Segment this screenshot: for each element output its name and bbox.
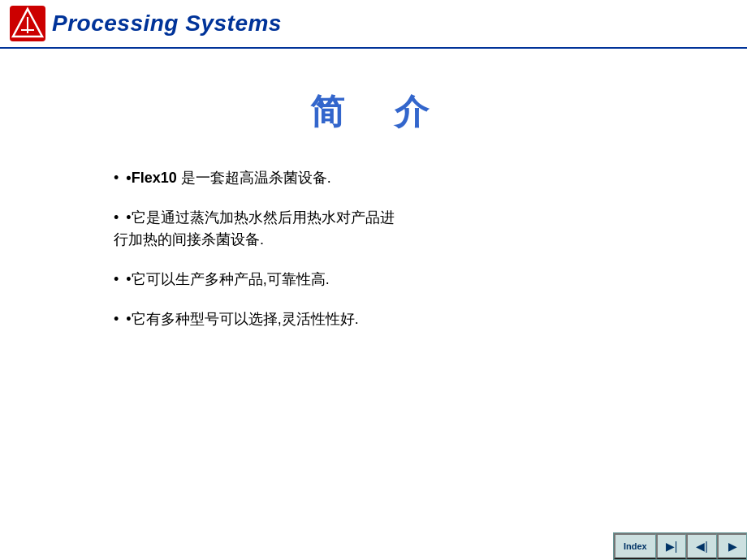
header-title: Processing Systems <box>52 11 282 37</box>
page-header: Processing Systems <box>0 0 747 49</box>
bullet-item-3: •它可以生产多种产品,可靠性高. <box>114 269 666 291</box>
nav-prev-end-button[interactable]: ◀| <box>686 533 717 559</box>
nav-forward-button[interactable]: ▶ <box>717 533 746 559</box>
index-button[interactable]: Index <box>614 533 656 559</box>
nav-end-button[interactable]: ▶| <box>656 533 687 559</box>
nav-prev-end-icon: ◀| <box>696 540 708 553</box>
page-title: 简 介 <box>310 89 437 135</box>
bullet-1-text: 是一套超高温杀菌设备. <box>181 170 331 186</box>
bullet-4-text: •它有多种型号可以选择,灵活性性好. <box>126 311 358 327</box>
bullet-list: •Flex10 是一套超高温杀菌设备. •它是通过蒸汽加热水然后用热水对产品进行… <box>114 167 666 330</box>
bullet-2-text: •它是通过蒸汽加热水然后用热水对产品进行加热的间接杀菌设备. <box>114 209 395 248</box>
bullet-item-1: •Flex10 是一套超高温杀菌设备. <box>114 167 666 189</box>
bottom-navigation: Index ▶| ◀| ▶ <box>613 532 747 560</box>
logo-container: Processing Systems <box>10 6 282 41</box>
bullet-3-text: •它可以生产多种产品,可靠性高. <box>126 271 329 287</box>
bullet-1-bold: •Flex10 <box>126 170 176 186</box>
bullet-item-2: •它是通过蒸汽加热水然后用热水对产品进行加热的间接杀菌设备. <box>114 207 666 251</box>
nav-end-icon: ▶| <box>666 540 678 553</box>
bullet-item-4: •它有多种型号可以选择,灵活性性好. <box>114 308 666 330</box>
tetra-pak-logo-icon <box>10 6 45 41</box>
main-content: 简 介 •Flex10 是一套超高温杀菌设备. •它是通过蒸汽加热水然后用热水对… <box>0 49 747 355</box>
nav-forward-icon: ▶ <box>728 540 737 553</box>
